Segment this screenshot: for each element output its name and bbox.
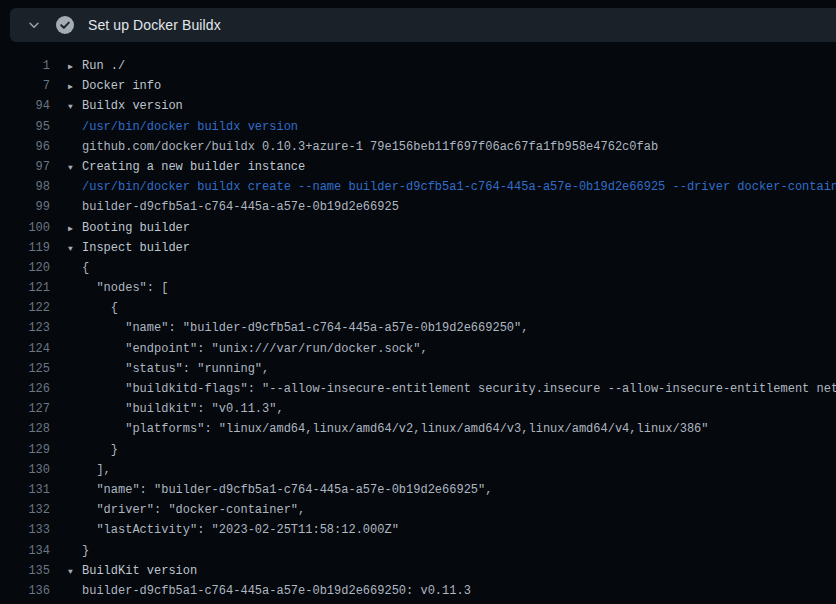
group-collapsed-icon[interactable]: ▶ (68, 77, 82, 97)
group-collapsed-icon[interactable]: ▶ (68, 57, 82, 77)
log-line-row: 121 "nodes": [ (0, 278, 836, 298)
line-number[interactable]: 119 (0, 238, 50, 258)
output-text: ], (82, 460, 111, 480)
line-number[interactable]: 100 (0, 218, 50, 238)
output-text: } (82, 541, 89, 561)
group-title: Buildx version (82, 96, 183, 116)
log-line-row: 126 "buildkitd-flags": "--allow-insecure… (0, 379, 836, 399)
line-number[interactable]: 126 (0, 379, 50, 399)
line-number[interactable]: 94 (0, 96, 50, 116)
line-number[interactable]: 136 (0, 581, 50, 601)
output-text: "status": "running", (82, 359, 269, 379)
log-line-row: 125 "status": "running", (0, 359, 836, 379)
group-expanded-icon[interactable]: ▼ (68, 562, 82, 582)
line-number[interactable]: 128 (0, 419, 50, 439)
log-line-row: 99builder-d9cfb5a1-c764-445a-a57e-0b19d2… (0, 197, 836, 217)
log-line-row: 127 "buildkit": "v0.11.3", (0, 399, 836, 419)
log-line-row: 132 "driver": "docker-container", (0, 500, 836, 520)
log-container: 1▶Run ./7▶Docker info94▼Buildx version95… (0, 42, 836, 604)
log-line-row: 134} (0, 541, 836, 561)
group-title: Creating a new builder instance (82, 157, 305, 177)
log-line-row: 128 "platforms": "linux/amd64,linux/amd6… (0, 419, 836, 439)
line-number[interactable]: 131 (0, 480, 50, 500)
line-number[interactable]: 129 (0, 440, 50, 460)
log-line-row: 133 "lastActivity": "2023-02-25T11:58:12… (0, 520, 836, 540)
line-number[interactable]: 98 (0, 177, 50, 197)
group-title: BuildKit version (82, 561, 197, 581)
line-number[interactable]: 99 (0, 197, 50, 217)
output-text: "name": "builder-d9cfb5a1-c764-445a-a57e… (82, 480, 492, 500)
line-number[interactable]: 96 (0, 137, 50, 157)
group-collapsed-icon[interactable]: ▶ (68, 219, 82, 239)
line-number[interactable]: 135 (0, 561, 50, 581)
line-number[interactable]: 125 (0, 359, 50, 379)
group-expanded-icon[interactable]: ▼ (68, 97, 82, 117)
line-number[interactable]: 124 (0, 339, 50, 359)
line-number[interactable]: 7 (0, 76, 50, 96)
output-text: "nodes": [ (82, 278, 168, 298)
log-group-row[interactable]: 100▶Booting builder (0, 218, 836, 238)
line-number[interactable]: 130 (0, 460, 50, 480)
log-group-row[interactable]: 119▼Inspect builder (0, 238, 836, 258)
log-line-row: 130 ], (0, 460, 836, 480)
group-expanded-icon[interactable]: ▼ (68, 239, 82, 259)
log-line-row: 95/usr/bin/docker buildx version (0, 117, 836, 137)
output-text: "lastActivity": "2023-02-25T11:58:12.000… (82, 520, 399, 540)
output-text: builder-d9cfb5a1-c764-445a-a57e-0b19d2e6… (82, 197, 399, 217)
group-title: Docker info (82, 76, 161, 96)
log-line-row: 123 "name": "builder-d9cfb5a1-c764-445a-… (0, 318, 836, 338)
output-text: "endpoint": "unix:///var/run/docker.sock… (82, 339, 428, 359)
line-number[interactable]: 120 (0, 258, 50, 278)
log-group-row[interactable]: 135▼BuildKit version (0, 561, 836, 581)
output-text: "name": "builder-d9cfb5a1-c764-445a-a57e… (82, 318, 528, 338)
line-number[interactable]: 97 (0, 157, 50, 177)
command-text: /usr/bin/docker buildx create --name bui… (82, 177, 836, 197)
step-header[interactable]: Set up Docker Buildx (10, 8, 836, 42)
group-expanded-icon[interactable]: ▼ (68, 158, 82, 178)
output-text: "driver": "docker-container", (82, 500, 305, 520)
line-number[interactable]: 122 (0, 298, 50, 318)
log-line-row: 131 "name": "builder-d9cfb5a1-c764-445a-… (0, 480, 836, 500)
output-text: { (82, 298, 118, 318)
step-title: Set up Docker Buildx (88, 17, 221, 33)
output-text: } (82, 440, 118, 460)
group-title: Run ./ (82, 56, 125, 76)
line-number[interactable]: 121 (0, 278, 50, 298)
line-number[interactable]: 127 (0, 399, 50, 419)
log-group-row[interactable]: 7▶Docker info (0, 76, 836, 96)
log-group-row[interactable]: 94▼Buildx version (0, 96, 836, 116)
line-number[interactable]: 95 (0, 117, 50, 137)
output-text: builder-d9cfb5a1-c764-445a-a57e-0b19d2e6… (82, 581, 471, 601)
output-text: { (82, 258, 89, 278)
output-text: "platforms": "linux/amd64,linux/amd64/v2… (82, 419, 709, 439)
output-text: "buildkitd-flags": "--allow-insecure-ent… (82, 379, 836, 399)
line-number[interactable]: 123 (0, 318, 50, 338)
group-title: Inspect builder (82, 238, 190, 258)
line-number[interactable]: 133 (0, 520, 50, 540)
log-line-row: 122 { (0, 298, 836, 318)
check-circle-icon (56, 16, 74, 34)
line-number[interactable]: 1 (0, 56, 50, 76)
log-line-row: 120{ (0, 258, 836, 278)
command-text: /usr/bin/docker buildx version (82, 117, 298, 137)
group-title: Booting builder (82, 218, 190, 238)
log-line-row: 98/usr/bin/docker buildx create --name b… (0, 177, 836, 197)
log-line-row: 96github.com/docker/buildx 0.10.3+azure-… (0, 137, 836, 157)
log-line-row: 124 "endpoint": "unix:///var/run/docker.… (0, 339, 836, 359)
log-line-row: 129 } (0, 440, 836, 460)
line-number[interactable]: 134 (0, 541, 50, 561)
chevron-down-icon[interactable] (26, 17, 42, 33)
output-text: "buildkit": "v0.11.3", (82, 399, 284, 419)
log-line-row: 136builder-d9cfb5a1-c764-445a-a57e-0b19d… (0, 581, 836, 601)
log-group-row[interactable]: 1▶Run ./ (0, 56, 836, 76)
log-group-row[interactable]: 97▼Creating a new builder instance (0, 157, 836, 177)
line-number[interactable]: 132 (0, 500, 50, 520)
output-text: github.com/docker/buildx 0.10.3+azure-1 … (82, 137, 658, 157)
